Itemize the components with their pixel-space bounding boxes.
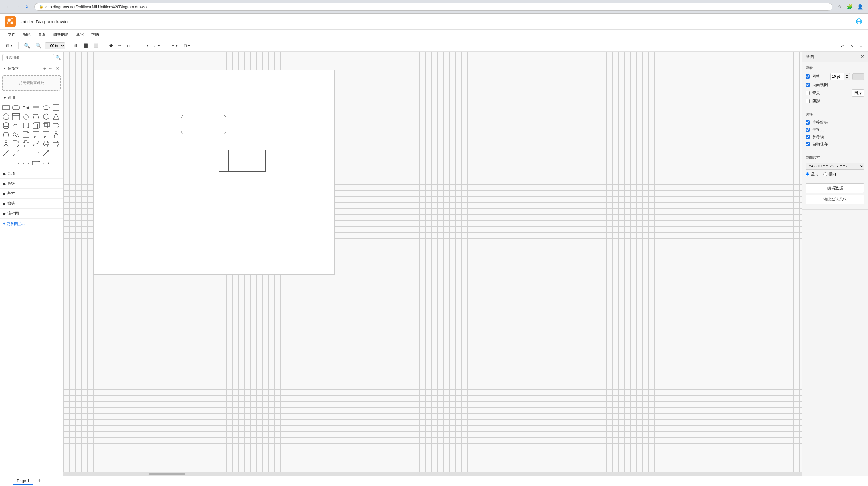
shape-cylinder[interactable] xyxy=(2,122,10,130)
connection-type-button[interactable]: → ▼ xyxy=(139,42,151,49)
general-header[interactable]: ▼ 通用 xyxy=(0,94,63,102)
shape-document[interactable] xyxy=(22,122,30,130)
connection-points-checkbox[interactable] xyxy=(806,128,810,132)
shape-parallelogram[interactable] xyxy=(32,112,40,121)
shape-container[interactable] xyxy=(12,112,20,121)
menu-arrange[interactable]: 调整图形 xyxy=(50,31,72,39)
page-options-button[interactable]: ⋯ xyxy=(4,478,11,485)
shape-ellipse[interactable] xyxy=(42,103,50,112)
grid-value-input[interactable] xyxy=(831,73,844,80)
shape-s-curve[interactable] xyxy=(32,139,40,148)
menu-help[interactable]: 帮助 xyxy=(88,31,102,39)
background-checkbox[interactable] xyxy=(806,91,810,95)
shape-3d-box[interactable] xyxy=(32,122,40,130)
search-button[interactable]: 🔍 xyxy=(56,55,61,60)
globe-button[interactable]: 🌐 xyxy=(855,17,863,26)
shape-trapezoid[interactable] xyxy=(2,131,10,139)
favorites-add-btn[interactable]: + xyxy=(42,66,47,71)
zoom-out-button[interactable]: 🔍 xyxy=(33,42,44,50)
favorites-edit-btn[interactable]: ✏ xyxy=(48,66,53,71)
shape-d-shape[interactable] xyxy=(12,139,20,148)
shape-callout-square[interactable] xyxy=(32,131,40,139)
shadow-checkbox[interactable] xyxy=(806,99,810,103)
diagram-shape-2[interactable] xyxy=(219,150,266,171)
table-button[interactable]: ⊞ ▼ xyxy=(181,42,193,49)
to-back-button[interactable]: ⬜ xyxy=(91,42,101,49)
horizontal-scrollbar[interactable] xyxy=(63,472,802,476)
shape-connector-arrow[interactable] xyxy=(12,159,20,167)
portrait-option[interactable]: 竖向 xyxy=(806,171,818,177)
shape-curved-arrow[interactable] xyxy=(12,122,20,130)
address-bar[interactable]: 🔒 app.diagrams.net/?offline=1#LUntitled%… xyxy=(34,3,832,10)
misc-header[interactable]: ▶ 杂项 xyxy=(0,169,63,179)
shape-3d-rect[interactable] xyxy=(42,122,50,130)
portrait-radio[interactable] xyxy=(806,172,809,176)
connection-arrows-checkbox[interactable] xyxy=(806,120,810,125)
image-button[interactable]: 图片 xyxy=(852,89,864,97)
shape-actor[interactable] xyxy=(2,139,10,148)
diagram-shape-1[interactable] xyxy=(181,115,226,134)
waypoint-button[interactable]: ⌐ ▼ xyxy=(152,42,163,49)
shape-lines[interactable] xyxy=(32,103,40,112)
shape-rounded-rect[interactable] xyxy=(12,103,20,112)
forward-button[interactable]: → xyxy=(13,2,22,11)
shape-cross[interactable] xyxy=(22,139,30,148)
shape-pentagon-arrow[interactable] xyxy=(52,122,60,130)
menu-extra[interactable]: 其它 xyxy=(73,31,87,39)
grid-color-swatch[interactable] xyxy=(852,73,864,80)
shape-speech-bubble[interactable] xyxy=(42,131,50,139)
shape-triangle[interactable] xyxy=(52,112,60,121)
shape-arrow-dot-end[interactable] xyxy=(42,159,50,167)
shape-dashed-line[interactable] xyxy=(12,149,20,157)
shadow-button[interactable]: ◻ xyxy=(125,42,133,49)
canvas-area[interactable] xyxy=(63,52,802,476)
grid-increment-btn[interactable]: ▲ xyxy=(844,73,849,76)
menu-edit[interactable]: 编辑 xyxy=(20,31,34,39)
to-front-button[interactable]: ⬛ xyxy=(81,42,91,49)
shape-note[interactable] xyxy=(22,131,30,139)
arrow-header[interactable]: ▶ 箭头 xyxy=(0,199,63,208)
extensions-button[interactable]: 🧩 xyxy=(846,2,854,11)
format-button[interactable]: ≡ xyxy=(857,42,864,49)
fit-page-button[interactable]: ⤢ xyxy=(838,42,846,49)
shape-arrow-line[interactable] xyxy=(32,149,40,157)
search-input[interactable] xyxy=(2,54,54,61)
advanced-header[interactable]: ▶ 高级 xyxy=(0,179,63,188)
fullscreen-button[interactable]: ⤡ xyxy=(848,42,856,49)
favorites-header[interactable]: ▼ 便笺本 + ✏ ✕ xyxy=(0,64,63,73)
edit-data-button[interactable]: 编辑数据 xyxy=(806,183,864,193)
zoom-select[interactable]: 100% 75% 50% 150% 200% xyxy=(44,42,65,49)
landscape-radio[interactable] xyxy=(824,172,827,176)
bookmark-button[interactable]: ☆ xyxy=(835,2,844,11)
back-button[interactable]: ← xyxy=(4,2,12,11)
shape-wave[interactable] xyxy=(12,131,20,139)
reload-button[interactable]: ✕ xyxy=(23,2,31,11)
grid-checkbox[interactable] xyxy=(806,74,810,79)
shape-rectangle[interactable] xyxy=(2,103,10,112)
grid-decrement-btn[interactable]: ▼ xyxy=(844,76,849,80)
more-shapes-link[interactable]: + 更多图形... xyxy=(3,220,25,227)
shape-double-ended-arrow[interactable] xyxy=(22,159,30,167)
shape-diamond[interactable] xyxy=(22,112,30,121)
shape-square[interactable] xyxy=(52,103,60,112)
shape-text[interactable]: Text xyxy=(22,103,30,112)
shape-diagonal-arrow[interactable] xyxy=(42,149,50,157)
shape-straight-line[interactable] xyxy=(22,149,30,157)
close-panel-button[interactable]: ✕ xyxy=(861,54,864,60)
view-toggle-button[interactable]: ⊞ ▼ xyxy=(4,42,16,49)
guidelines-checkbox[interactable] xyxy=(806,135,810,139)
shape-diagonal-line[interactable] xyxy=(2,149,10,157)
menu-view[interactable]: 查看 xyxy=(35,31,49,39)
menu-file[interactable]: 文件 xyxy=(5,31,19,39)
page-size-select[interactable]: A4 (210 mm x 297 mm) A3 Letter xyxy=(806,162,864,170)
page-view-checkbox[interactable] xyxy=(806,83,810,87)
fill-color-button[interactable]: ⬟ xyxy=(107,42,115,49)
add-page-button[interactable]: + xyxy=(36,478,43,485)
shape-double-arrow[interactable] xyxy=(42,139,50,148)
favorites-close-btn[interactable]: ✕ xyxy=(55,66,60,71)
shape-arrow-right[interactable] xyxy=(52,139,60,148)
autosave-checkbox[interactable] xyxy=(806,142,810,146)
shape-elbow-connector[interactable] xyxy=(32,159,40,167)
landscape-option[interactable]: 横向 xyxy=(824,171,836,177)
shape-circle[interactable] xyxy=(2,112,10,121)
